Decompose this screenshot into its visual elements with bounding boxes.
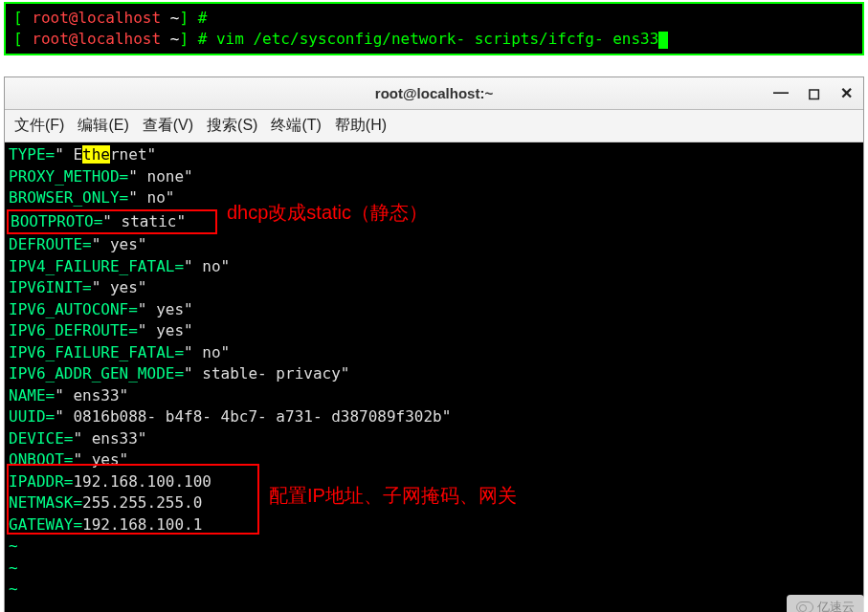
menu-search[interactable]: 搜索(S) bbox=[207, 116, 257, 136]
config-line: NAME=" ens33" bbox=[9, 385, 859, 407]
menu-edit[interactable]: 编辑(E) bbox=[78, 116, 128, 136]
window-titlebar[interactable]: root@localhost:~ — ◻ ✕ bbox=[5, 77, 863, 110]
highlight-box-ipconfig bbox=[7, 464, 259, 535]
terminal-window: root@localhost:~ — ◻ ✕ 文件(F) 编辑(E) 查看(V)… bbox=[4, 76, 864, 612]
config-line: DEVICE=" ens33" bbox=[9, 428, 859, 450]
menu-terminal[interactable]: 终端(T) bbox=[271, 116, 321, 136]
watermark: 亿速云 bbox=[787, 595, 864, 612]
menu-help[interactable]: 帮助(H) bbox=[335, 116, 387, 136]
config-line: IPV4_FAILURE_FATAL=" no" bbox=[9, 256, 859, 278]
window-title: root@localhost:~ bbox=[375, 85, 493, 101]
config-line: IPV6_FAILURE_FATAL=" no" bbox=[9, 342, 859, 364]
config-line: UUID=" 0816b088- b4f8- 4bc7- a731- d3870… bbox=[9, 406, 859, 428]
vim-tilde: ~ bbox=[9, 557, 859, 579]
vim-editor[interactable]: TYPE=" Ethernet" PROXY_METHOD=" none" BR… bbox=[5, 142, 863, 612]
menubar: 文件(F) 编辑(E) 查看(V) 搜索(S) 终端(T) 帮助(H) bbox=[5, 110, 863, 142]
menu-view[interactable]: 查看(V) bbox=[143, 116, 193, 136]
cursor-icon bbox=[658, 32, 668, 49]
annotation-ipconfig: 配置IP地址、子网掩码、网关 bbox=[269, 485, 517, 507]
config-line: PROXY_METHOD=" none" bbox=[9, 166, 859, 188]
config-line: IPV6_AUTOCONF=" yes" bbox=[9, 299, 859, 321]
prompt-line-2: [ root@localhost ~] # vim /etc/sysconfig… bbox=[13, 29, 855, 50]
upper-terminal: [ root@localhost ~] # [ root@localhost ~… bbox=[4, 2, 864, 55]
config-line-type: TYPE=" Ethernet" bbox=[9, 144, 859, 166]
maximize-button[interactable]: ◻ bbox=[802, 81, 825, 104]
config-line-bootproto: BOOTPROTO=" static" bbox=[9, 209, 859, 235]
close-button[interactable]: ✕ bbox=[835, 81, 857, 104]
menu-file[interactable]: 文件(F) bbox=[14, 116, 64, 136]
vim-tilde: ~ bbox=[9, 536, 859, 557]
vim-tilde: ~ bbox=[9, 579, 859, 601]
config-line: DEFROUTE=" yes" bbox=[9, 234, 859, 256]
cloud-icon bbox=[796, 601, 813, 612]
config-line: IPV6INIT=" yes" bbox=[9, 277, 859, 299]
annotation-bootproto: dhcp改成static（静态） bbox=[227, 202, 428, 224]
highlight-box-bootproto: BOOTPROTO=" static" bbox=[7, 209, 217, 235]
config-line: BROWSER_ONLY=" no" bbox=[9, 187, 859, 209]
config-line: IPV6_DEFROUTE=" yes" bbox=[9, 320, 859, 342]
search-highlight: the bbox=[82, 145, 110, 164]
prompt-line-1: [ root@localhost ~] # bbox=[13, 8, 855, 29]
config-line: IPV6_ADDR_GEN_MODE=" stable- privacy" bbox=[9, 363, 859, 385]
minimize-button[interactable]: — bbox=[769, 81, 792, 104]
watermark-text: 亿速云 bbox=[817, 599, 855, 612]
